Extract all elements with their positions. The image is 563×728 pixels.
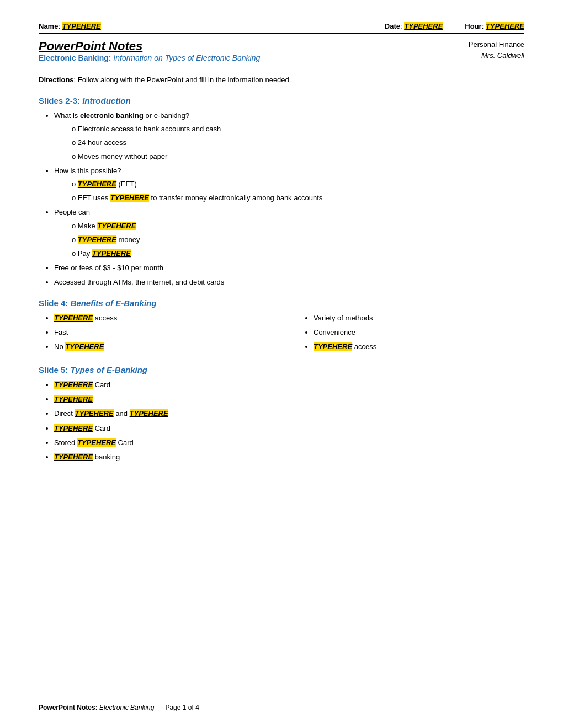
hour-label: Hour [465,22,481,30]
sub-item: Electronic access to bank accounts and c… [72,123,524,135]
section-bold-4: Slide 4: [39,298,71,308]
date-label: Date [385,22,400,30]
typehere-pay[interactable]: TYPEHERE [92,249,131,258]
typehere-access[interactable]: TYPEHERE [54,314,93,322]
subtitle-italic: Information on Types of Electronic Banki… [113,53,260,62]
list-item: Fast [54,326,265,339]
list-item: Direct TYPEHERE and TYPEHERE [54,408,524,420]
list-item: What is electronic banking or e-banking?… [54,110,524,163]
hour-field: Hour: TYPEHERE [465,22,524,30]
sub-item: TYPEHERE (EFT) [72,178,524,190]
typehere-no[interactable]: TYPEHERE [65,342,104,351]
section-heading-5: Slide 5: Types of E-Banking [39,365,524,374]
hour-typehere[interactable]: TYPEHERE [486,22,524,30]
typehere-access-right[interactable]: TYPEHERE [314,342,352,351]
typehere-direct1[interactable]: TYPEHERE [75,409,114,417]
typehere-make[interactable]: TYPEHERE [97,222,136,230]
section-2-3-list: What is electronic banking or e-banking?… [39,110,524,288]
section-italic-4: Benefits of E-Banking [71,298,157,308]
section-bold-5: Slide 5: [39,365,71,374]
section-italic-2-3: Introduction [82,96,130,105]
section-heading-4: Slide 4: Benefits of E-Banking [39,298,524,308]
footer-bold: PowerPoint Notes: Electronic Banking [39,704,154,711]
sub-list-3: Make TYPEHERE TYPEHERE money Pay TYPEHER… [54,220,524,260]
sub-item: TYPEHERE money [72,234,524,246]
benefits-col-right: Variety of methods Convenience TYPEHERE … [298,312,524,355]
date-field: Date: TYPEHERE [385,22,443,30]
header-bar: Name: TYPEHERE Date: TYPEHERE Hour: TYPE… [39,22,524,34]
name-field: Name: TYPEHERE [39,22,101,30]
types-list: TYPEHERE Card TYPEHERE Direct TYPEHERE a… [39,379,524,463]
list-item: TYPEHERE Card [54,379,524,391]
list-item: TYPEHERE banking [54,451,524,463]
section-slide-5: Slide 5: Types of E-Banking TYPEHERE Car… [39,365,524,463]
typehere-transfer[interactable]: TYPEHERE [78,235,116,244]
list-item: People can Make TYPEHERE TYPEHERE money … [54,206,524,259]
title-area: PowerPoint Notes Electronic Banking: Inf… [39,39,524,71]
section-bold-2-3: Slides 2-3: [39,96,82,105]
typehere-direct2[interactable]: TYPEHERE [130,409,168,417]
list-item: Variety of methods [314,312,524,324]
top-right-info: Personal Finance Mrs. Caldwell [469,39,524,61]
electronic-banking-bold: electronic banking [80,111,144,120]
subtitle-bold: Electronic Banking: [39,53,111,62]
benefits-list-left: TYPEHERE access Fast No TYPEHERE [39,312,265,353]
directions-body: : Follow along with the PowerPoint and f… [74,76,291,84]
benefits-two-col: TYPEHERE access Fast No TYPEHERE Variety… [39,312,524,355]
list-item: Free or fees of $3 - $10 per month [54,262,524,274]
section-heading-2-3: Slides 2-3: Introduction [39,96,524,105]
list-item: Convenience [314,326,524,339]
footer: PowerPoint Notes: Electronic Banking Pag… [39,700,524,711]
sub-list-1: Electronic access to bank accounts and c… [54,123,524,163]
benefits-list-right: Variety of methods Convenience TYPEHERE … [298,312,524,353]
list-item: No TYPEHERE [54,341,265,353]
directions-text: Directions: Follow along with the PowerP… [39,74,524,86]
typehere-eft-uses[interactable]: TYPEHERE [110,194,149,202]
date-typehere[interactable]: TYPEHERE [404,22,443,30]
section-slide-4: Slide 4: Benefits of E-Banking TYPEHERE … [39,298,524,355]
sub-item: Make TYPEHERE [72,220,524,232]
list-item: Stored TYPEHERE Card [54,437,524,449]
sub-list-2: TYPEHERE (EFT) EFT uses TYPEHERE to tran… [54,178,524,204]
list-item: TYPEHERE access [314,341,524,353]
name-label: Name [39,22,58,30]
subtitle: Electronic Banking: Information on Types… [39,53,260,62]
title-left: PowerPoint Notes Electronic Banking: Inf… [39,39,260,71]
typehere-type2[interactable]: TYPEHERE [54,395,93,403]
section-italic-5: Types of E-Banking [71,365,147,374]
footer-page: Page 1 of 4 [165,704,199,711]
typehere-eft[interactable]: TYPEHERE [78,180,116,188]
list-item: TYPEHERE [54,393,524,405]
teacher-name: Mrs. Caldwell [469,50,524,61]
list-item: TYPEHERE Card [54,422,524,435]
typehere-banking[interactable]: TYPEHERE [54,453,93,461]
typehere-type1[interactable]: TYPEHERE [54,381,93,389]
typehere-stored[interactable]: TYPEHERE [77,438,116,447]
date-hour-fields: Date: TYPEHERE Hour: TYPEHERE [385,22,524,30]
main-title: PowerPoint Notes [39,39,260,53]
list-item: TYPEHERE access [54,312,265,324]
sub-item: EFT uses TYPEHERE to transfer money elec… [72,192,524,204]
list-item: How is this possible? TYPEHERE (EFT) EFT… [54,165,524,204]
sub-item: 24 hour access [72,137,524,149]
sub-item: Pay TYPEHERE [72,248,524,260]
list-item: Accessed through ATMs, the internet, and… [54,276,524,288]
typehere-type4[interactable]: TYPEHERE [54,424,93,432]
name-typehere[interactable]: TYPEHERE [62,22,101,30]
directions-label: Directions [39,76,74,84]
course-name: Personal Finance [469,39,524,50]
benefits-col-left: TYPEHERE access Fast No TYPEHERE [39,312,265,355]
sub-item: Moves money without paper [72,151,524,163]
section-slides-2-3: Slides 2-3: Introduction What is electro… [39,96,524,288]
